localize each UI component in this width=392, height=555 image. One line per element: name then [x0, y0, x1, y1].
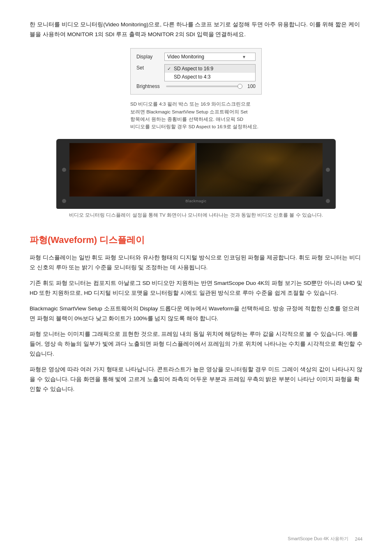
monitor-screens — [69, 143, 323, 197]
section-heading: 파형(Waveform) 디스플레이 — [30, 234, 362, 246]
set-label: Set — [136, 64, 164, 71]
ui-screenshot-box: Display Video Monitoring ▼ Set ✓ SD Aspe… — [130, 48, 262, 95]
monitor-screen-right — [197, 143, 323, 197]
monitor-container: Blackmagic 비디오 모니터링 디스플레이 설정을 통해 TV 화면이나… — [30, 139, 362, 230]
chevron-down-icon: ▼ — [242, 55, 246, 59]
dropdown-item-2-label: SD Aspect to 4:3 — [174, 74, 210, 80]
page: 한 모니터를 비디오 모니터링(Video Monitoring)으로, 다른 … — [0, 0, 392, 555]
brightness-value: 100 — [244, 83, 256, 89]
monitor-dot-right — [326, 168, 330, 172]
body-para-5: 파형은 영상에 따라 여러 가지 형태로 나타납니다. 콘트라스트가 높은 영상… — [30, 365, 362, 394]
brightness-slider[interactable] — [166, 86, 242, 87]
brightness-label: Brightness — [136, 83, 164, 89]
display-row: Display Video Monitoring ▼ — [136, 53, 256, 61]
monitor-dot-left — [62, 168, 66, 172]
monitor-dot-bottom-right — [326, 199, 330, 203]
body-para-3: Blackmagic SmartView Setup 소프트웨어의 Displa… — [30, 304, 362, 324]
monitor-caption: 비디오 모니터링 디스플레이 설정을 통해 TV 화면이나 모니터에 나타나는 … — [69, 212, 323, 218]
intro-paragraph: 한 모니터를 비디오 모니터링(Video Monitoring)으로, 다른 … — [30, 20, 362, 39]
display-value: Video Monitoring — [167, 54, 204, 60]
monitor-frame: Blackmagic — [56, 139, 336, 209]
ui-caption: SD 비디오를 4:3 필러 박스 또는 16:9 와이드스크린으로보려면 Bl… — [130, 100, 262, 131]
set-dropdown[interactable]: ✓ SD Aspect to 16:9 SD Aspect to 4:3 — [164, 64, 256, 81]
body-para-4: 파형 모니터는 이미지를 그래픽으로 표현한 것으로, 프레임 내의 동일 위치… — [30, 329, 362, 359]
section-title: 파형(Waveform) 디스플레이 — [30, 235, 145, 245]
dropdown-item-2[interactable]: SD Aspect to 4:3 — [165, 73, 255, 81]
set-row: Set ✓ SD Aspect to 16:9 SD Aspect to 4:3 — [136, 64, 256, 81]
display-select[interactable]: Video Monitoring ▼ — [164, 53, 256, 61]
check-icon: ✓ — [167, 66, 172, 72]
body-para-2: 기존 휘도 파형 모니터는 컴포지트 아날로그 SD 비디오만 지원하는 반면 … — [30, 278, 362, 298]
monitor-brand-label: Blackmagic — [185, 199, 206, 203]
dropdown-item-1-label: SD Aspect to 16:9 — [174, 66, 213, 72]
monitor-top-row — [62, 143, 330, 197]
page-footer: SmartScope Duo 4K 사용하기 244 — [288, 536, 362, 542]
monitor-bottom-row: Blackmagic — [62, 199, 330, 203]
slider-thumb — [238, 84, 242, 89]
dropdown-open: ✓ SD Aspect to 16:9 SD Aspect to 4:3 — [164, 64, 256, 81]
footer-brand: SmartScope Duo 4K 사용하기 — [288, 536, 348, 542]
monitor-dot-bottom-left — [62, 199, 66, 203]
body-para-1: 파형 디스플레이는 일반 휘도 파형 모니터와 유사한 형태의 디지털 방식으로… — [30, 253, 362, 273]
dropdown-item-1[interactable]: ✓ SD Aspect to 16:9 — [165, 65, 255, 73]
brightness-row: Brightness 100 — [136, 83, 256, 89]
monitor-screen-left — [69, 143, 195, 197]
footer-page-number: 244 — [355, 536, 362, 541]
display-label: Display — [136, 54, 164, 60]
